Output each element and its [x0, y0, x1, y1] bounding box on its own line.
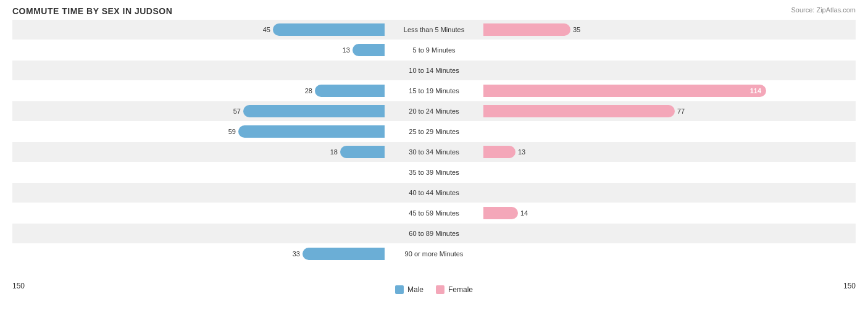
row-center-label: 60 to 89 Minutes [385, 230, 483, 237]
male-bar: 59 [238, 125, 385, 138]
male-value: 45 [263, 26, 270, 33]
row-center-label: Less than 5 Minutes [385, 26, 483, 33]
row-wrapper: 45 to 59 Minutes14 [12, 203, 856, 223]
row-center-label: 90 or more Minutes [385, 250, 483, 258]
male-bar: 18 [340, 146, 385, 158]
axis-left: 150 [12, 282, 25, 294]
chart-container: COMMUTE TIME BY SEX IN JUDSON Source: Zi… [0, 0, 868, 323]
row-center-label: 30 to 34 Minutes [385, 148, 483, 156]
source-label: Source: ZipAtlas.com [791, 6, 856, 14]
female-value: 35 [573, 26, 580, 33]
male-value: 59 [228, 128, 236, 135]
chart-title: COMMUTE TIME BY SEX IN JUDSON [12, 6, 856, 16]
female-bar: 35 [483, 23, 570, 36]
row-wrapper: 35 to 39 Minutes [12, 162, 856, 182]
row-wrapper: 3390 or more Minutes [12, 244, 856, 264]
axis-right: 150 [843, 282, 856, 294]
legend-male-label: Male [407, 285, 424, 294]
row-wrapper: 1830 to 34 Minutes13 [12, 142, 856, 162]
male-bar: 13 [353, 44, 385, 56]
female-value: 13 [518, 148, 525, 156]
row-wrapper: 135 to 9 Minutes [12, 40, 856, 60]
female-bar: 13 [483, 146, 515, 158]
row-center-label: 20 to 24 Minutes [385, 107, 483, 115]
female-bar: 14 [483, 207, 518, 219]
male-value: 33 [293, 250, 300, 258]
row-center-label: 45 to 59 Minutes [385, 209, 483, 217]
female-bar: 77 [483, 105, 675, 117]
female-bar: 114 [483, 85, 766, 97]
row-center-label: 40 to 44 Minutes [385, 189, 483, 196]
row-wrapper: 5925 to 29 Minutes [12, 122, 856, 141]
row-center-label: 35 to 39 Minutes [385, 169, 483, 176]
legend-female: Female [436, 285, 473, 294]
chart-area: 45Less than 5 Minutes35135 to 9 Minutes1… [12, 20, 856, 279]
legend: Male Female [395, 285, 473, 294]
row-center-label: 5 to 9 Minutes [385, 46, 483, 54]
row-wrapper: 10 to 14 Minutes [12, 61, 856, 80]
row-wrapper: 40 to 44 Minutes [12, 183, 856, 203]
legend-female-label: Female [448, 285, 473, 294]
male-bar: 45 [273, 23, 385, 36]
row-center-label: 15 to 19 Minutes [385, 87, 483, 94]
male-value: 57 [233, 107, 241, 115]
axis-labels: 150 Male Female 150 [12, 282, 856, 294]
male-value: 18 [330, 148, 338, 156]
row-wrapper: 60 to 89 Minutes [12, 224, 856, 243]
male-value: 13 [343, 46, 350, 54]
row-center-label: 10 to 14 Minutes [385, 67, 483, 74]
female-value: 14 [520, 209, 528, 217]
male-bar: 33 [303, 248, 385, 260]
male-bar: 57 [243, 105, 385, 117]
legend-male: Male [395, 285, 424, 294]
male-value: 28 [305, 87, 312, 94]
row-wrapper: 2815 to 19 Minutes114 [12, 81, 856, 101]
row-center-label: 25 to 29 Minutes [385, 128, 483, 135]
row-wrapper: 45Less than 5 Minutes35 [12, 20, 856, 40]
row-wrapper: 5720 to 24 Minutes77 [12, 101, 856, 121]
female-value: 114 [750, 87, 761, 94]
legend-female-box [436, 285, 444, 294]
female-value: 77 [677, 107, 685, 115]
legend-male-box [395, 285, 404, 294]
male-bar: 28 [315, 85, 385, 97]
